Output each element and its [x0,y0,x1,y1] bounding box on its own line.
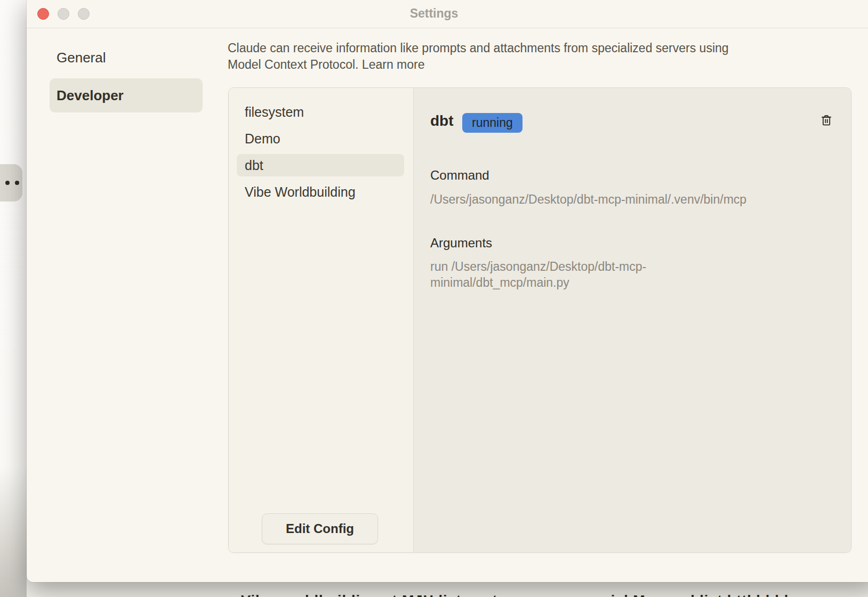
server-list-item-vibe-worldbuilding[interactable]: Vibe Worldbuilding [229,179,413,205]
delete-server-button[interactable] [819,114,833,127]
titlebar: Settings [27,0,868,28]
server-list: filesystem Demo dbt Vibe Worldbuilding E… [229,88,414,552]
close-window-button[interactable] [37,8,49,20]
edit-config-button[interactable]: Edit Config [262,513,378,544]
server-list-item-dbt[interactable]: dbt [237,154,404,176]
arguments-value-line2: minimal/dbt_mcp/main.py [430,276,569,289]
clipped-background-text: Vibe worldbuilding at MJH list customers… [241,593,868,597]
arguments-value-line1: run /Users/jasonganz/Desktop/dbt-mcp- [430,260,646,273]
mcp-servers-panel: filesystem Demo dbt Vibe Worldbuilding E… [228,87,851,553]
command-label: Command [430,168,489,183]
arguments-label: Arguments [430,236,492,251]
server-detail: dbt running Command /Users/jasonganz/Des… [414,88,851,552]
command-value: /Users/jasonganz/Desktop/dbt-mcp-minimal… [430,191,746,207]
sidebar-item-developer[interactable]: Developer [50,78,203,112]
minimize-window-button[interactable] [58,8,69,20]
server-list-item-filesystem[interactable]: filesystem [229,99,413,125]
mcp-description: Claude can receive information like prom… [228,40,729,73]
background-app-tab[interactable] [0,164,22,201]
status-badge: running [462,113,523,133]
trash-icon [819,121,833,129]
sidebar-item-general[interactable]: General [57,50,106,66]
learn-more-link[interactable]: Learn more [362,58,425,71]
arguments-value: run /Users/jasonganz/Desktop/dbt-mcp- mi… [430,259,803,291]
background-app-strip [0,0,27,597]
server-list-item-demo[interactable]: Demo [229,125,413,152]
window-title: Settings [410,6,459,21]
server-name: dbt [430,112,454,130]
maximize-window-button[interactable] [78,8,90,20]
description-line1: Claude can receive information like prom… [228,41,729,55]
description-line2: Model Context Protocol. [228,58,362,71]
dot-icon [15,181,19,185]
sidebar-item-label: Developer [57,87,124,104]
settings-window: Settings General Developer Claude can re… [27,0,868,582]
dot-icon [5,181,10,185]
